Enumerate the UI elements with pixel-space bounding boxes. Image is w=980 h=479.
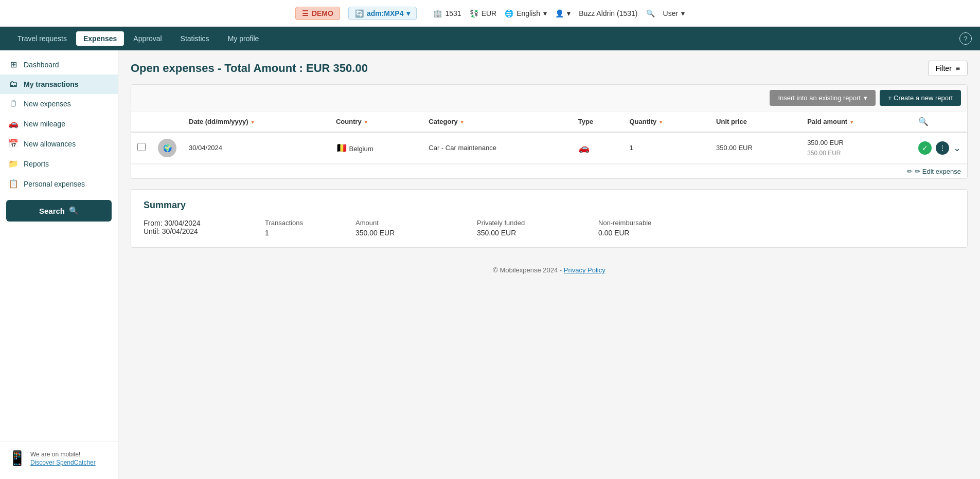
sidebar-item-new-expenses[interactable]: 🗒 New expenses xyxy=(0,94,118,114)
user-name-label: Buzz Aldrin (1531) xyxy=(579,9,637,17)
row-unit-price-cell: 350.00 EUR xyxy=(710,132,801,163)
category-sort-icon: ▼ xyxy=(459,119,465,125)
currency-icon: 💱 xyxy=(470,9,478,17)
summary-non-reimbursable: Non-reimbursable 0.00 EUR xyxy=(598,219,711,237)
edit-icon: ✏ xyxy=(907,168,913,175)
col-unit-price: Unit price xyxy=(710,112,801,132)
mobile-device-icon: 📱 xyxy=(8,450,26,467)
page-header: Open expenses - Total Amount : EUR 350.0… xyxy=(131,61,968,76)
unit-price-col-label: Unit price xyxy=(716,118,747,125)
col-category[interactable]: Category ▼ xyxy=(422,112,572,132)
table-body: 🌍 30/04/2024 🇧🇪 Belgium Car - Car mainte… xyxy=(131,132,967,178)
help-icon: ? xyxy=(964,35,967,43)
expand-row-button[interactable]: ⌄ xyxy=(953,142,961,154)
mobile-link[interactable]: Discover SpendCatcher xyxy=(30,459,96,466)
amount-value: 350.00 EUR xyxy=(355,229,469,237)
language-selector[interactable]: 🌐 English ▾ xyxy=(505,9,547,17)
summary-from: From: 30/04/2024 xyxy=(144,219,257,227)
language-value: English xyxy=(516,9,540,17)
row-country-cell: 🇧🇪 Belgium xyxy=(330,132,422,163)
privacy-policy-link[interactable]: Privacy Policy xyxy=(564,266,605,274)
nav-my-profile[interactable]: My profile xyxy=(219,28,269,49)
until-label: Until: xyxy=(144,227,160,235)
nav-statistics[interactable]: Statistics xyxy=(171,28,219,49)
col-quantity[interactable]: Quantity ▼ xyxy=(623,112,710,132)
role-selector[interactable]: User ▾ xyxy=(663,9,685,17)
row-paid-amount-cell: 350.00 EUR 350.00 EUR xyxy=(801,132,912,163)
insert-existing-report-button[interactable]: Insert into an existing report ▾ xyxy=(770,90,875,106)
help-button[interactable]: ? xyxy=(959,32,972,45)
sidebar-item-my-transactions[interactable]: 🗂 My transactions xyxy=(0,75,118,94)
sidebar-label-personal-expenses: Personal expenses xyxy=(24,180,85,188)
edit-expense-cell: ✏ ✏ Edit expense xyxy=(131,163,967,178)
table-actions: Insert into an existing report ▾ + Creat… xyxy=(131,85,967,112)
row-category: Car - Car maintenance xyxy=(429,144,496,152)
page-title: Open expenses - Total Amount : EUR 350.0… xyxy=(131,62,368,75)
from-label: From: xyxy=(144,219,163,227)
row-checkbox[interactable] xyxy=(137,143,146,151)
nav-expenses[interactable]: Expenses xyxy=(76,31,124,46)
create-new-report-button[interactable]: + Create a new report xyxy=(880,90,961,106)
instance-id: 🏢 1531 xyxy=(433,9,461,17)
receipt-thumbnail: 🌍 xyxy=(158,139,176,157)
amount-label: Amount xyxy=(355,219,469,227)
global-search-button[interactable]: 🔍 xyxy=(646,9,655,17)
sidebar-item-new-mileage[interactable]: 🚗 New mileage xyxy=(0,114,118,134)
search-button[interactable]: Search 🔍 xyxy=(6,200,112,222)
row-date-cell: 30/04/2024 xyxy=(183,132,330,163)
sidebar-item-dashboard[interactable]: ⊞ Dashboard xyxy=(0,54,118,75)
personal-expenses-icon: 📋 xyxy=(8,179,19,189)
global-search-icon: 🔍 xyxy=(646,9,655,17)
row-category-cell: Car - Car maintenance xyxy=(422,132,572,163)
insert-existing-label: Insert into an existing report xyxy=(778,94,860,102)
filter-button[interactable]: Filter ≡ xyxy=(928,61,968,76)
privately-funded-value: 350.00 EUR xyxy=(477,229,590,237)
summary-until: Until: 30/04/2024 xyxy=(144,227,257,235)
sidebar-item-personal-expenses[interactable]: 📋 Personal expenses xyxy=(0,174,118,194)
column-search-icon[interactable]: 🔍 xyxy=(918,117,929,126)
paid-amount-sort-icon: ▼ xyxy=(849,119,854,125)
col-date[interactable]: Date (dd/mm/yyyy) ▼ xyxy=(183,112,330,132)
sidebar-label-my-transactions: My transactions xyxy=(24,80,79,88)
sidebar-item-reports[interactable]: 📁 Reports xyxy=(0,154,118,174)
mobile-text-wrap: We are on mobile! Discover SpendCatcher xyxy=(30,451,96,466)
paid-amount-col-label: Paid amount xyxy=(807,118,847,125)
col-country[interactable]: Country ▼ xyxy=(330,112,422,132)
col-actions: 🔍 xyxy=(912,112,967,132)
date-col-label: Date (dd/mm/yyyy) xyxy=(189,118,248,125)
col-paid-amount[interactable]: Paid amount ▼ xyxy=(801,112,912,132)
edit-expense-link[interactable]: ✏ ✏ Edit expense xyxy=(131,164,967,178)
nav-approval[interactable]: Approval xyxy=(124,28,171,49)
navbar: Travel requests Expenses Approval Statis… xyxy=(0,27,980,50)
category-col-label: Category xyxy=(429,118,457,125)
more-options-button[interactable]: ⋮ xyxy=(936,141,949,155)
date-sort-icon: ▼ xyxy=(250,119,255,125)
main-content: Open expenses - Total Amount : EUR 350.0… xyxy=(118,50,980,479)
adm-chevron-icon: ▾ xyxy=(406,9,410,17)
privately-funded-label: Privately funded xyxy=(477,219,590,227)
demo-badge: ☰ DEMO xyxy=(295,7,340,20)
app-layout: ⊞ Dashboard 🗂 My transactions 🗒 New expe… xyxy=(0,50,980,479)
quantity-col-label: Quantity xyxy=(629,118,656,125)
sidebar-label-new-expenses: New expenses xyxy=(24,100,71,108)
instance-id-value: 1531 xyxy=(445,9,461,17)
globe-icon: 🌐 xyxy=(505,9,513,17)
country-flag: 🇧🇪 xyxy=(336,142,347,154)
topbar: ☰ DEMO 🔄 adm:MXP4 ▾ 🏢 1531 💱 EUR 🌐 Engli… xyxy=(0,0,980,27)
sidebar: ⊞ Dashboard 🗂 My transactions 🗒 New expe… xyxy=(0,50,118,479)
transactions-icon: 🗂 xyxy=(8,80,19,89)
row-checkbox-cell[interactable] xyxy=(131,132,152,163)
summary-transactions: Transactions 1 xyxy=(265,219,347,237)
user-avatar-selector[interactable]: 👤 ▾ xyxy=(555,9,571,17)
adm-selector[interactable]: 🔄 adm:MXP4 ▾ xyxy=(348,7,417,20)
summary-grid: From: 30/04/2024 Until: 30/04/2024 Trans… xyxy=(144,219,955,237)
nav-travel-requests[interactable]: Travel requests xyxy=(8,28,76,49)
summary-card: Summary From: 30/04/2024 Until: 30/04/20… xyxy=(131,189,968,248)
sidebar-item-new-allowances[interactable]: 📅 New allowances xyxy=(0,134,118,154)
dashboard-icon: ⊞ xyxy=(8,60,19,69)
refresh-icon: 🔄 xyxy=(355,9,364,17)
user-avatar-icon: 👤 xyxy=(555,9,564,17)
check-mark: ✓ xyxy=(922,144,928,152)
row-action-icons: ✓ ⋮ ⌄ xyxy=(918,141,961,155)
currency-selector[interactable]: 💱 EUR xyxy=(470,9,497,17)
